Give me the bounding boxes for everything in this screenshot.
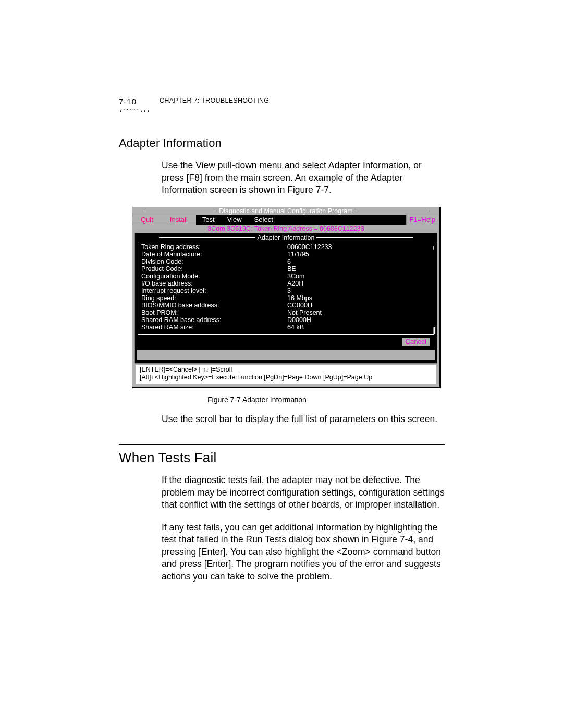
page-content: 7-10 .·····... CHAPTER 7: TROUBLESHOOTIN… — [119, 97, 445, 593]
page-header: 7-10 .·····... CHAPTER 7: TROUBLESHOOTIN… — [119, 97, 445, 112]
menu-install[interactable]: Install — [162, 215, 196, 225]
figure-caption: Figure 7-7 Adapter Information — [207, 396, 445, 404]
param-row: Token Ring address:00600C112233 — [141, 243, 431, 251]
scrollbar-icon[interactable]: ┐▐ — [432, 243, 435, 333]
dos-program-title-row: Diagnostic and Manual Configuration Prog… — [132, 207, 439, 215]
title-rule-icon — [143, 211, 216, 211]
menu-test[interactable]: Test — [196, 215, 221, 225]
param-value: 6 — [287, 258, 431, 265]
param-value: CC000H — [287, 302, 431, 309]
dos-inner-band — [137, 350, 435, 360]
param-row: Interrupt request level:3 — [141, 287, 431, 294]
menu-spacer — [279, 215, 406, 225]
dos-menu-bar: Quit Install Test View Select F1=Help — [132, 215, 439, 225]
param-key: Division Code: — [141, 258, 287, 265]
page-number: 7-10 — [119, 97, 160, 106]
param-value: 64 kB — [287, 324, 431, 331]
chapter-label: CHAPTER 7: TROUBLESHOOTING — [160, 97, 269, 104]
dos-window: Diagnostic and Manual Configuration Prog… — [132, 207, 441, 388]
param-row: Boot PROM:Not Present — [141, 309, 431, 316]
double-rule-icon — [316, 237, 413, 238]
cancel-button[interactable]: Cancel — [402, 338, 431, 348]
para-adapter-info-2: Use the scroll bar to display the full l… — [162, 413, 445, 426]
param-key: BIOS/MMIO base address: — [141, 302, 287, 309]
menu-view[interactable]: View — [221, 215, 248, 225]
dos-inner-title-row: Adapter Information — [137, 234, 435, 241]
title-rule-icon — [356, 211, 429, 211]
param-key: I/O base address: — [141, 280, 287, 287]
section-title-tests-fail: When Tests Fail — [119, 450, 445, 466]
param-key: Shared RAM base address: — [141, 316, 287, 324]
dos-inner-frame: Adapter Information Token Ring address:0… — [134, 233, 437, 364]
dos-program-title: Diagnostic and Manual Configuration Prog… — [219, 207, 352, 215]
param-row: Configuration Mode:3Com — [141, 273, 431, 280]
para-tests-fail-2: If any test fails, you can get additiona… — [162, 522, 445, 583]
menu-select[interactable]: Select — [248, 215, 279, 225]
para-tests-fail-1: If the diagnostic tests fail, the adapte… — [162, 474, 445, 511]
arrow-up-down-icon: ↑↓ — [203, 366, 209, 373]
dos-address-line: 3Com 3C619C: Token Ring Address = 00608C… — [132, 225, 439, 233]
param-row: Product Code:BE — [141, 265, 431, 273]
param-row: BIOS/MMIO base address:CC000H — [141, 302, 431, 309]
para-adapter-info-1: Use the View pull-down menu and select A… — [162, 159, 445, 196]
dos-footer: [ENTER]=<Cancel> [ ↑↓ ]=Scroll [Alt]+<Hi… — [136, 365, 436, 384]
param-key: Ring speed: — [141, 294, 287, 302]
dos-cancel-row: Cancel — [137, 337, 431, 348]
dotted-divider-icon: .·····... — [119, 108, 160, 112]
section-rule — [119, 444, 445, 445]
param-key: Boot PROM: — [141, 309, 287, 316]
dos-footer-line-1: [ENTER]=<Cancel> [ ↑↓ ]=Scroll — [140, 366, 432, 374]
section-title-adapter-info: Adapter Information — [119, 137, 445, 150]
param-row: Ring speed:16 Mbps — [141, 294, 431, 302]
param-row: I/O base address:A20H — [141, 280, 431, 287]
dos-param-table: Token Ring address:00600C112233Date of M… — [141, 243, 431, 331]
menu-quit[interactable]: Quit — [132, 215, 162, 225]
param-value: 11/1/95 — [287, 251, 431, 258]
param-value: 3Com — [287, 273, 431, 280]
param-value: 3 — [287, 287, 431, 294]
param-key: Date of Manufacture: — [141, 251, 287, 258]
param-value: A20H — [287, 280, 431, 287]
param-key: Configuration Mode: — [141, 273, 287, 280]
page-header-left: 7-10 .·····... — [119, 97, 160, 112]
param-row: Date of Manufacture:11/1/95 — [141, 251, 431, 258]
param-row: Division Code:6 — [141, 258, 431, 265]
param-key: Token Ring address: — [141, 243, 287, 251]
param-value: 16 Mbps — [287, 294, 431, 302]
param-key: Shared RAM size: — [141, 324, 287, 331]
dos-footer-line-2: [Alt]+<Highlighted Key>=Execute Function… — [140, 374, 432, 381]
dos-inner-title: Adapter Information — [258, 234, 315, 241]
param-value: Not Present — [287, 309, 431, 316]
document-page: 7-10 .·····... CHAPTER 7: TROUBLESHOOTIN… — [0, 0, 563, 728]
param-key: Interrupt request level: — [141, 287, 287, 294]
double-rule-icon — [159, 237, 255, 238]
param-row: Shared RAM base address:D0000H — [141, 316, 431, 324]
dos-param-box: Token Ring address:00600C112233Date of M… — [138, 242, 434, 335]
param-key: Product Code: — [141, 265, 287, 273]
param-value: 00600C112233 — [287, 243, 431, 251]
param-value: BE — [287, 265, 431, 273]
menu-help[interactable]: F1=Help — [406, 215, 440, 225]
param-value: D0000H — [287, 316, 431, 324]
param-row: Shared RAM size:64 kB — [141, 324, 431, 331]
